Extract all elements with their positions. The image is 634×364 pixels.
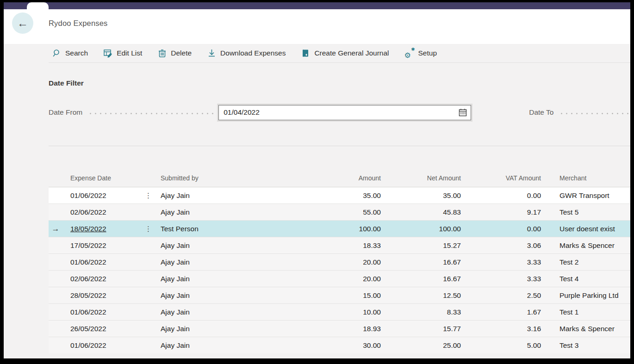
date-to-label: Date To xyxy=(529,108,553,117)
cell-expense-date[interactable]: 01/06/2022 xyxy=(62,258,137,266)
cell-submitted-by[interactable]: Ajay Jain xyxy=(160,341,323,350)
cell-amount[interactable]: 100.00 xyxy=(323,225,381,233)
cell-merchant[interactable]: Marks & Spencer xyxy=(541,241,630,250)
table-row[interactable]: 01/06/2022Ajay Jain10.008.331.67Test 1 xyxy=(49,303,630,320)
cell-amount[interactable]: 20.00 xyxy=(323,275,381,283)
cell-merchant[interactable]: Test 1 xyxy=(541,308,630,316)
cell-submitted-by[interactable]: Ajay Jain xyxy=(160,291,323,300)
setup-label: Setup xyxy=(418,49,437,57)
cell-vat-amount[interactable]: 3.33 xyxy=(461,275,541,283)
table-row[interactable]: 01/06/2022⋮Ajay Jain35.0035.000.00GWR Tr… xyxy=(49,187,630,204)
cell-amount[interactable]: 20.00 xyxy=(323,258,381,266)
table-header-row: Expense Date Submitted by Amount Net Amo… xyxy=(49,146,630,187)
table-row[interactable]: 02/06/2022Ajay Jain20.0016.673.33Test 4 xyxy=(49,270,630,287)
cell-net-amount[interactable]: 25.00 xyxy=(381,341,461,350)
back-button[interactable]: ← xyxy=(12,12,33,34)
cell-net-amount[interactable]: 100.00 xyxy=(381,225,461,233)
column-header-vat-amount: VAT Amount xyxy=(461,174,541,187)
cell-vat-amount[interactable]: 3.16 xyxy=(461,325,541,333)
table-row[interactable]: 01/06/2022Ajay Jain30.0025.005.00Test 3 xyxy=(49,337,630,353)
cell-submitted-by[interactable]: Ajay Jain xyxy=(160,241,323,250)
cell-expense-date[interactable]: 01/06/2022 xyxy=(62,191,137,200)
column-header-expense-date: Expense Date xyxy=(62,174,137,187)
cell-merchant[interactable]: Test 4 xyxy=(541,275,630,283)
cell-net-amount[interactable]: 8.33 xyxy=(381,308,461,316)
cell-vat-amount[interactable]: 0.00 xyxy=(461,191,541,200)
cell-expense-date[interactable]: 28/05/2022 xyxy=(62,291,137,300)
table-row[interactable]: 17/05/2022Ajay Jain18.3315.273.06Marks &… xyxy=(49,237,630,253)
cell-amount[interactable]: 35.00 xyxy=(323,191,381,200)
page-title: Rydoo Expenses xyxy=(49,9,108,37)
cell-expense-date[interactable]: 01/06/2022 xyxy=(62,308,137,316)
delete-button[interactable]: Delete xyxy=(158,49,192,58)
table-row[interactable]: →18/05/2022⋮Test Person100.00100.000.00U… xyxy=(49,220,630,237)
cell-submitted-by[interactable]: Ajay Jain xyxy=(160,308,323,316)
expense-date-text: 01/06/2022 xyxy=(70,308,106,316)
cell-expense-date[interactable]: 17/05/2022 xyxy=(62,241,137,250)
cell-merchant[interactable]: Purple Parking Ltd xyxy=(541,291,630,300)
date-from-field xyxy=(218,105,471,120)
row-menu-column-header xyxy=(137,183,160,187)
cell-amount[interactable]: 18.93 xyxy=(323,325,381,333)
table-row[interactable]: 02/06/2022Ajay Jain55.0045.839.17Test 5 xyxy=(49,204,630,220)
selected-row-arrow-icon: → xyxy=(49,224,62,234)
cell-vat-amount[interactable]: 9.17 xyxy=(461,208,541,216)
row-menu-icon[interactable]: ⋮ xyxy=(137,225,160,233)
cell-vat-amount[interactable]: 3.33 xyxy=(461,258,541,266)
table-row[interactable]: 26/05/2022Ajay Jain18.9315.773.16Marks &… xyxy=(49,320,630,337)
dotted-leader xyxy=(559,113,630,114)
expense-date-text: 01/06/2022 xyxy=(70,341,106,349)
cell-submitted-by[interactable]: Ajay Jain xyxy=(160,191,323,200)
cell-submitted-by[interactable]: Ajay Jain xyxy=(160,275,323,283)
date-from-input[interactable] xyxy=(218,105,471,120)
cell-net-amount[interactable]: 16.67 xyxy=(381,275,461,283)
cell-net-amount[interactable]: 12.50 xyxy=(381,291,461,300)
cell-net-amount[interactable]: 15.77 xyxy=(381,325,461,333)
cell-expense-date[interactable]: 26/05/2022 xyxy=(62,325,137,333)
edit-list-label: Edit List xyxy=(117,49,142,57)
cell-net-amount[interactable]: 15.27 xyxy=(381,241,461,250)
column-header-merchant: Merchant xyxy=(541,174,630,187)
search-button[interactable]: Search xyxy=(52,49,88,58)
cell-vat-amount[interactable]: 2.50 xyxy=(461,291,541,300)
cell-net-amount[interactable]: 35.00 xyxy=(381,191,461,200)
search-label: Search xyxy=(65,49,88,57)
expense-date-text: 18/05/2022 xyxy=(70,225,106,233)
cell-amount[interactable]: 10.00 xyxy=(323,308,381,316)
setup-button[interactable]: ⚙✱ Setup xyxy=(405,49,437,58)
search-icon xyxy=(52,49,61,58)
cell-net-amount[interactable]: 45.83 xyxy=(381,208,461,216)
cell-amount[interactable]: 30.00 xyxy=(323,341,381,350)
cell-submitted-by[interactable]: Ajay Jain xyxy=(160,325,323,333)
selector-column-header xyxy=(49,183,62,187)
cell-expense-date[interactable]: 02/06/2022 xyxy=(62,208,137,216)
cell-submitted-by[interactable]: Ajay Jain xyxy=(160,258,323,266)
cell-amount[interactable]: 15.00 xyxy=(323,291,381,300)
cell-merchant[interactable]: Marks & Spencer xyxy=(541,325,630,333)
cell-expense-date[interactable]: 02/06/2022 xyxy=(62,275,137,283)
cell-vat-amount[interactable]: 3.06 xyxy=(461,241,541,250)
edit-list-button[interactable]: Edit List xyxy=(104,49,142,58)
cell-merchant[interactable]: Test 5 xyxy=(541,208,630,216)
cell-merchant[interactable]: Test 3 xyxy=(541,341,630,350)
cell-merchant[interactable]: User doesnt exist xyxy=(541,225,630,233)
expense-date-text: 28/05/2022 xyxy=(70,291,106,299)
cell-vat-amount[interactable]: 0.00 xyxy=(461,225,541,233)
cell-expense-date[interactable]: 01/06/2022 xyxy=(62,341,137,350)
cell-amount[interactable]: 18.33 xyxy=(323,241,381,250)
download-expenses-button[interactable]: Download Expenses xyxy=(207,49,286,58)
cell-net-amount[interactable]: 16.67 xyxy=(381,258,461,266)
row-menu-icon[interactable]: ⋮ xyxy=(137,191,160,200)
cell-amount[interactable]: 55.00 xyxy=(323,208,381,216)
cell-merchant[interactable]: GWR Transport xyxy=(541,191,630,200)
cell-merchant[interactable]: Test 2 xyxy=(541,258,630,266)
cell-expense-date[interactable]: 18/05/2022 xyxy=(62,225,137,233)
cell-vat-amount[interactable]: 1.67 xyxy=(461,308,541,316)
table-row[interactable]: 28/05/2022Ajay Jain15.0012.502.50Purple … xyxy=(49,287,630,303)
cell-submitted-by[interactable]: Ajay Jain xyxy=(160,208,323,216)
cell-submitted-by[interactable]: Test Person xyxy=(160,225,323,233)
calendar-icon[interactable] xyxy=(459,108,467,117)
create-general-journal-button[interactable]: Create General Journal xyxy=(301,49,389,58)
cell-vat-amount[interactable]: 5.00 xyxy=(461,341,541,350)
table-row[interactable]: 01/06/2022Ajay Jain20.0016.673.33Test 2 xyxy=(49,253,630,270)
